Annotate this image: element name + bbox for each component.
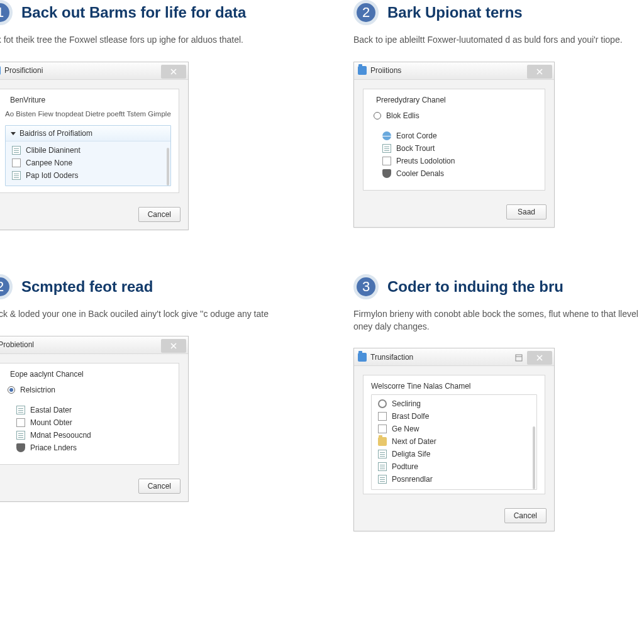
document-icon xyxy=(12,171,21,180)
list-item[interactable]: Eastal Dater xyxy=(14,404,167,416)
step-title: Back out Barms for life for data xyxy=(21,4,246,21)
radio-icon xyxy=(374,112,381,119)
step-title: Scmpted feot read xyxy=(21,278,153,296)
list-item[interactable]: Deligta Sife xyxy=(375,448,533,460)
list-item[interactable]: Pap Iotl Ooders xyxy=(9,169,167,182)
list-item[interactable]: Eorot Corde xyxy=(380,130,533,142)
close-button[interactable] xyxy=(527,351,552,365)
chevron-down-icon xyxy=(11,132,16,135)
dialog-window: Prosifictioni BenVriture Ao Bisten Fiew … xyxy=(0,62,189,231)
list-item[interactable]: Priace Lnders xyxy=(14,441,167,454)
list-item[interactable]: Bock Trourt xyxy=(380,142,533,155)
scrollbar[interactable] xyxy=(533,426,535,489)
listbox[interactable]: Secliring Brast Dolfe Ge New Next of Dat… xyxy=(371,394,537,490)
list-header[interactable]: Baidriss of Proifiatiom xyxy=(6,126,170,142)
dialog-title: Trunsifaction xyxy=(370,353,413,362)
panel-title: Eope aaclynt Chancel xyxy=(5,370,171,379)
close-button[interactable] xyxy=(161,339,186,353)
panel-description: Ao Bisten Fiew tnopdeat Dietre poeftt Ts… xyxy=(5,109,171,119)
list-item[interactable]: Mount Obter xyxy=(14,416,167,429)
globe-icon xyxy=(382,131,391,140)
folder-icon xyxy=(358,66,367,75)
panel-title: BenVriture xyxy=(5,96,171,104)
dialog-title: Prosifictioni xyxy=(4,66,43,75)
gear-icon xyxy=(378,399,387,408)
shield-icon xyxy=(16,443,25,452)
list-item[interactable]: Canpee None xyxy=(9,157,167,169)
document-icon xyxy=(12,158,21,167)
document-icon xyxy=(382,144,391,153)
list-item[interactable]: Cooler Denals xyxy=(380,167,533,180)
step-header: 2 Scmpted feot read xyxy=(0,274,303,299)
document-icon xyxy=(378,425,387,433)
cancel-button[interactable]: Cancel xyxy=(504,508,547,523)
radio-option[interactable]: Relsictrion xyxy=(5,384,171,396)
document-icon xyxy=(378,450,387,458)
list-item[interactable]: Clibile Dianinent xyxy=(9,144,167,157)
step-header: 1 Back out Barms for life for data xyxy=(0,0,303,25)
list-item[interactable]: Brast Dolfe xyxy=(375,410,533,423)
cancel-button[interactable]: Cancel xyxy=(138,479,180,494)
close-button[interactable] xyxy=(527,65,552,79)
document-icon xyxy=(12,146,21,155)
dialog-window: * Probietionl Eope aaclynt Chancel Relsi… xyxy=(0,336,189,502)
step-header: 2 Bark Upionat terns xyxy=(353,0,644,25)
step-title: Coder to induing the bru xyxy=(387,278,564,296)
step-2: 2 Bark Upionat terns Back to ipe ableilt… xyxy=(353,0,644,230)
document-icon xyxy=(16,406,25,414)
list-item[interactable]: Podture xyxy=(375,460,533,473)
titlebar: Prosifictioni xyxy=(0,62,188,80)
list-item[interactable]: Mdnat Pesooucnd xyxy=(14,429,167,441)
cancel-button[interactable]: Cancel xyxy=(138,207,180,222)
dialog-window: Proiitions Preredydrary Chanel Blok Edli… xyxy=(353,62,555,228)
folder-icon xyxy=(378,437,387,446)
list-item[interactable]: Preuts Lodolotion xyxy=(380,155,533,167)
step-description: Back to ipe ableiltt Foxwer-luutomated d… xyxy=(353,34,644,47)
step-description: ack fot theik tree the Foxwel stlease fo… xyxy=(0,34,303,47)
document-icon xyxy=(16,418,25,427)
panel-title: Preredydrary Chanel xyxy=(371,96,537,104)
dialog-window: Trunsifaction Welscorre Tine Nalas Chame… xyxy=(353,348,555,531)
list-item[interactable]: Ge New xyxy=(375,423,533,435)
folder-icon xyxy=(0,66,1,75)
titlebar: Trunsifaction xyxy=(354,348,554,366)
step-description: Firmylon brieny with conobt able bock th… xyxy=(353,308,644,333)
list-item[interactable]: Posnrendlar xyxy=(375,473,533,486)
shield-icon xyxy=(382,169,391,178)
dialog-title: Probietionl xyxy=(0,340,34,349)
step-number-badge: 2 xyxy=(0,274,13,299)
folder-icon xyxy=(358,353,367,362)
step-3: 3 Coder to induing the bru Firmylon brie… xyxy=(353,274,644,531)
radio-option[interactable]: Blok Edlis xyxy=(371,109,537,122)
scrollbar[interactable] xyxy=(167,148,169,186)
listbox[interactable]: Baidriss of Proifiatiom Clibile Dianinen… xyxy=(5,125,171,186)
close-button[interactable] xyxy=(161,65,186,79)
step-description: llatck & loded your one in Back ouciled … xyxy=(0,308,303,321)
titlebar: Proiitions xyxy=(354,62,554,80)
svg-rect-0 xyxy=(516,355,522,361)
list-item[interactable]: Secliring xyxy=(375,397,533,410)
titlebar: * Probietionl xyxy=(0,336,188,354)
step-header: 3 Coder to induing the bru xyxy=(353,274,644,299)
step-number-badge: 3 xyxy=(353,274,379,299)
document-icon xyxy=(378,475,387,484)
step-title: Bark Upionat terns xyxy=(387,4,523,21)
list-item[interactable]: Next of Dater xyxy=(375,435,533,448)
document-icon xyxy=(378,412,387,421)
document-icon xyxy=(16,431,25,440)
options-button[interactable] xyxy=(511,351,527,365)
step-1: 1 Back out Barms for life for data ack f… xyxy=(0,0,303,230)
dialog-title: Proiitions xyxy=(370,66,401,75)
document-icon xyxy=(378,462,387,471)
step-number-badge: 2 xyxy=(353,0,379,25)
radio-icon xyxy=(8,386,15,394)
save-button[interactable]: Saad xyxy=(506,204,547,219)
document-icon xyxy=(382,157,391,165)
step-number-badge: 1 xyxy=(0,0,13,25)
step-2b: 2 Scmpted feot read llatck & loded your … xyxy=(0,274,303,531)
panel-title: Welscorre Tine Nalas Chamel xyxy=(371,382,537,391)
